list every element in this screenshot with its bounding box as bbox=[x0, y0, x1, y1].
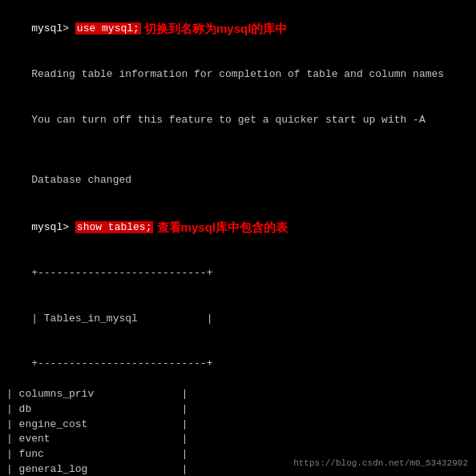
table-row: | db | bbox=[6, 402, 470, 418]
annotation-use-mysql: 切换到名称为mysql的库中 bbox=[141, 22, 288, 35]
info-line-2: You can turn off this feature to get a q… bbox=[6, 98, 470, 143]
footer-link: https://blog.csdn.net/m0_53432902 bbox=[293, 458, 468, 468]
sep-text-mid: +---------------------------+ bbox=[31, 357, 212, 369]
table-header-row: | Tables_in_mysql | bbox=[6, 296, 470, 342]
info-text-1: Reading table information for completion… bbox=[31, 68, 444, 80]
command-line-1: mysql> use mysql; 切换到名称为mysql的库中 bbox=[6, 5, 470, 52]
prompt-1: mysql> bbox=[31, 22, 75, 34]
footer-link-text: https://blog.csdn.net/m0_53432902 bbox=[293, 458, 468, 468]
info-line-1: Reading table information for completion… bbox=[6, 52, 470, 98]
command-line-2: mysql> show tables; 查看mysql库中包含的表 bbox=[6, 204, 470, 251]
table-header-text: | Tables_in_mysql | bbox=[31, 313, 212, 325]
info-text-3: Database changed bbox=[31, 174, 131, 186]
annotation-show-tables: 查看mysql库中包含的表 bbox=[153, 220, 288, 234]
info-line-3: Database changed bbox=[6, 158, 470, 204]
sep-text-top: +---------------------------+ bbox=[31, 267, 212, 279]
table-row: | engine_cost | bbox=[6, 418, 470, 433]
blank-line-1 bbox=[6, 143, 470, 159]
table-row: | event | bbox=[6, 432, 470, 447]
table-sep-top: +---------------------------+ bbox=[6, 251, 470, 296]
command-show-tables: show tables; bbox=[75, 221, 154, 233]
prompt-2: mysql> bbox=[31, 221, 75, 233]
info-text-2: You can turn off this feature to get a q… bbox=[31, 114, 425, 126]
terminal-window: mysql> use mysql; 切换到名称为mysql的库中 Reading… bbox=[0, 0, 476, 476]
table-row: | columns_priv | bbox=[6, 387, 470, 402]
command-use-mysql: use mysql; bbox=[75, 22, 141, 34]
table-sep-mid: +---------------------------+ bbox=[6, 341, 470, 387]
